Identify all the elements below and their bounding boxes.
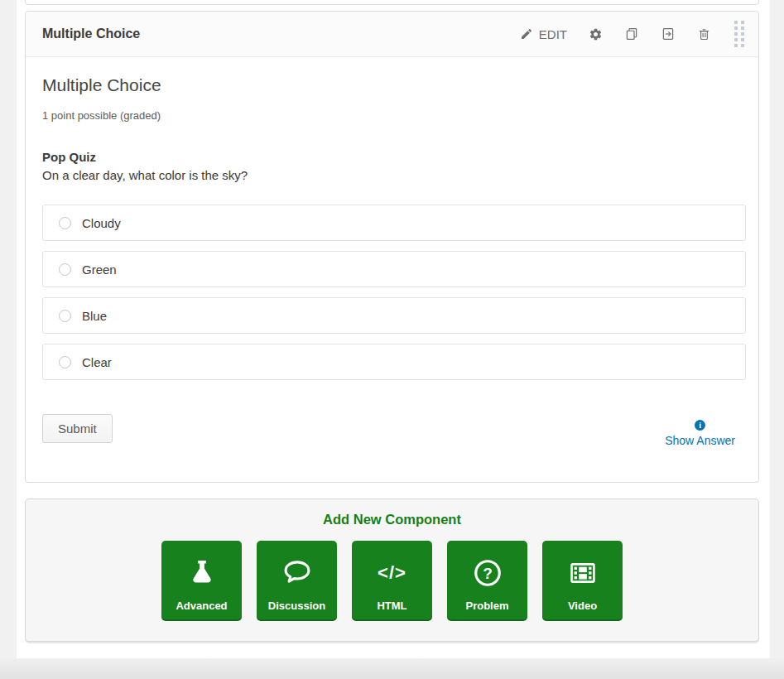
- edit-button-label: EDIT: [539, 27, 567, 41]
- component-title: Multiple Choice: [42, 26, 509, 41]
- add-discussion-button[interactable]: Discussion: [257, 541, 337, 621]
- add-video-button[interactable]: Video: [542, 541, 623, 621]
- radio-button[interactable]: [59, 217, 71, 229]
- previous-component-edge: [25, 0, 759, 5]
- gear-icon: [589, 27, 603, 41]
- duplicate-button[interactable]: [613, 22, 650, 46]
- show-answer-link[interactable]: Show Answer: [665, 434, 735, 447]
- component-card: Multiple Choice EDIT: [25, 11, 759, 483]
- duplicate-icon: [624, 26, 639, 41]
- question-text: On a clear day, what color is the sky?: [42, 168, 742, 182]
- move-button[interactable]: [650, 22, 686, 46]
- delete-button[interactable]: [686, 22, 722, 46]
- speech-bubble-icon: [257, 554, 337, 592]
- problem-title: Multiple Choice: [42, 75, 742, 95]
- add-advanced-button[interactable]: Advanced: [161, 541, 242, 621]
- move-icon: [661, 26, 676, 41]
- choice-label: Clear: [82, 355, 112, 369]
- component-toolbar: EDIT: [509, 17, 750, 51]
- choice-option-cloudy[interactable]: Cloudy: [42, 205, 746, 241]
- choice-label: Cloudy: [82, 216, 121, 230]
- show-answer-control[interactable]: i Show Answer: [665, 420, 735, 447]
- radio-button[interactable]: [59, 263, 71, 276]
- choice-label: Blue: [82, 309, 107, 323]
- add-problem-button[interactable]: ? Problem: [447, 541, 527, 621]
- question-circle-icon: ?: [447, 554, 527, 592]
- choice-option-clear[interactable]: Clear: [42, 344, 746, 380]
- add-new-component-panel: Add New Component Advanced Discussion </…: [25, 498, 759, 642]
- pencil-icon: [520, 27, 533, 41]
- flask-icon: [161, 554, 242, 592]
- component-header: Multiple Choice EDIT: [26, 12, 758, 57]
- add-button-label: Advanced: [161, 600, 242, 612]
- choice-label: Green: [82, 262, 117, 277]
- question-title: Pop Quiz: [42, 150, 742, 164]
- add-button-label: Problem: [447, 600, 527, 612]
- problem-preview: Multiple Choice 1 point possible (graded…: [26, 57, 758, 447]
- edit-button[interactable]: EDIT: [509, 22, 578, 46]
- choice-list: Cloudy Green Blue Clear: [42, 205, 742, 380]
- info-circle-icon[interactable]: i: [695, 420, 705, 431]
- add-button-label: Discussion: [257, 600, 337, 612]
- component-type-buttons: Advanced Discussion </> HTML ? Problem V…: [26, 541, 758, 621]
- page-bottom-background: [0, 658, 784, 679]
- add-button-label: Video: [542, 600, 623, 612]
- drag-handle[interactable]: [732, 17, 747, 51]
- film-icon: [542, 554, 623, 592]
- radio-button[interactable]: [59, 356, 71, 368]
- submit-button[interactable]: Submit: [42, 414, 113, 443]
- points-possible-text: 1 point possible (graded): [42, 109, 742, 122]
- radio-button[interactable]: [59, 310, 71, 322]
- problem-actions: Submit i Show Answer: [42, 414, 742, 447]
- choice-option-blue[interactable]: Blue: [42, 297, 746, 334]
- svg-text:?: ?: [483, 565, 493, 582]
- settings-button[interactable]: [578, 22, 613, 46]
- code-icon: </>: [352, 554, 432, 592]
- trash-icon: [697, 27, 711, 41]
- choice-option-green[interactable]: Green: [42, 251, 746, 287]
- add-new-component-title: Add New Component: [26, 512, 758, 527]
- add-html-button[interactable]: </> HTML: [352, 541, 432, 621]
- add-button-label: HTML: [352, 600, 432, 612]
